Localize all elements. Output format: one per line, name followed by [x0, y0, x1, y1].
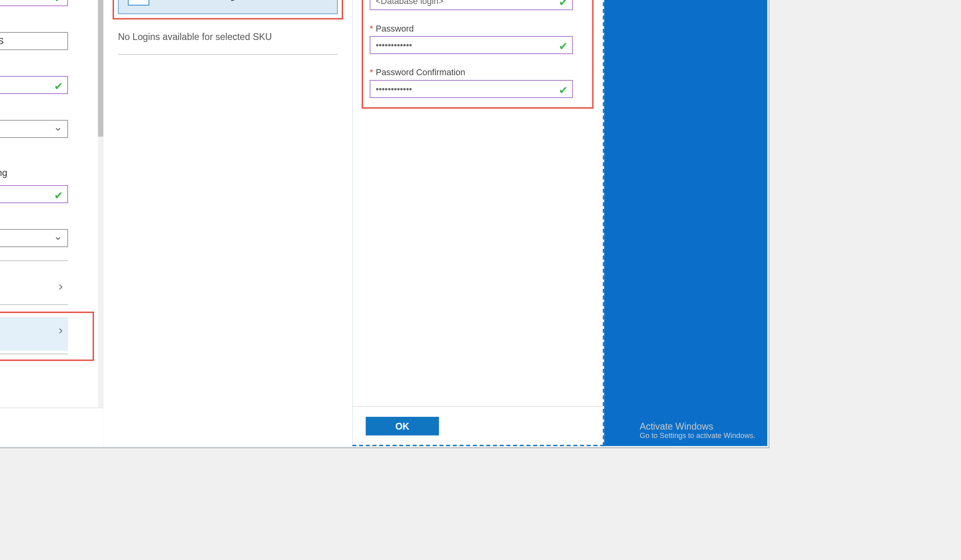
create-new-login-label: Create a new login: [160, 0, 243, 0]
blade-select-login: Select a Login ✕ ＋ Create a new login No…: [103, 0, 352, 446]
check-icon: ✔: [54, 0, 63, 5]
collation-input[interactable]: [0, 32, 68, 50]
highlight-box: *Login Configure required settings: [0, 312, 94, 361]
subscription-select[interactable]: All Services: [0, 120, 68, 138]
blade-area: Create Database ✕ *Database Name ✔ *Coll…: [0, 0, 767, 446]
password-confirmation-label: Password Confirmation: [376, 67, 465, 77]
blade1-footer: Create: [0, 408, 103, 446]
blade-new-login: New Login ✕ *Database login ✔ *Password: [352, 0, 604, 446]
check-icon: ✔: [54, 189, 63, 202]
chevron-right-icon: [56, 326, 65, 336]
divider: [118, 54, 338, 55]
login-value: Configure required settings: [0, 334, 63, 344]
database-login-input[interactable]: [370, 0, 573, 10]
password-label: Password: [376, 24, 414, 34]
check-icon: ✔: [559, 84, 568, 97]
plus-icon: ＋: [128, 0, 149, 6]
divider: [0, 260, 68, 261]
divider: [0, 354, 68, 354]
check-icon: ✔: [54, 80, 63, 93]
highlight-box: ＋ Create a new login: [112, 0, 343, 20]
no-login-text: No Logins available for selected SKU: [118, 32, 338, 42]
password-confirmation-input[interactable]: [370, 80, 573, 98]
check-icon: ✔: [559, 0, 568, 9]
chevron-right-icon: [56, 282, 65, 292]
chevron-down-icon: [54, 125, 62, 133]
blade-create-database: Create Database ✕ *Database Name ✔ *Coll…: [0, 0, 103, 446]
location-select[interactable]: local: [0, 229, 68, 247]
highlight-box: *Database login ✔ *Password ✔: [362, 0, 594, 109]
create-new-login-button[interactable]: ＋ Create a new login: [118, 0, 338, 14]
divider: [0, 304, 68, 305]
blade3-footer: OK: [352, 406, 603, 445]
check-icon: ✔: [559, 40, 568, 53]
ok-button[interactable]: OK: [366, 416, 439, 435]
chevron-down-icon: [54, 234, 62, 242]
login-nav[interactable]: *Login Configure required settings: [0, 317, 68, 351]
sku-nav[interactable]: *SKU Enterprise-HA: [0, 273, 68, 302]
password-input[interactable]: [370, 36, 573, 54]
watermark: Activate Windows Go to Settings to activ…: [640, 421, 755, 440]
blade1-scrollbar[interactable]: [98, 0, 103, 408]
rg-use-existing-radio[interactable]: Use existing: [0, 166, 7, 178]
